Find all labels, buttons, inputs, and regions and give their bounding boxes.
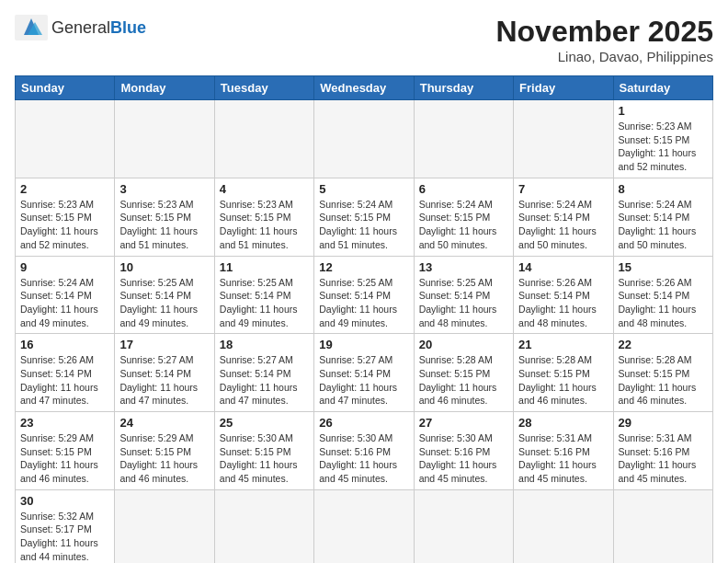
calendar-cell: 14Sunrise: 5:26 AM Sunset: 5:14 PM Dayli… [514, 256, 613, 334]
day-info: Sunrise: 5:23 AM Sunset: 5:15 PM Dayligh… [619, 120, 708, 174]
day-number: 19 [319, 338, 408, 351]
header: GeneralBlue November 2025 Linao, Davao, … [15, 15, 713, 64]
logo: GeneralBlue [15, 15, 146, 40]
day-number: 23 [20, 416, 109, 430]
calendar-cell: 25Sunrise: 5:30 AM Sunset: 5:15 PM Dayli… [214, 412, 313, 490]
calendar-cell: 22Sunrise: 5:28 AM Sunset: 5:15 PM Dayli… [613, 334, 712, 412]
calendar-cell: 16Sunrise: 5:26 AM Sunset: 5:14 PM Dayli… [16, 334, 115, 412]
day-number: 3 [119, 182, 209, 196]
calendar-header-sunday: Sunday [16, 76, 115, 100]
day-number: 11 [220, 260, 309, 274]
calendar-header-tuesday: Tuesday [214, 76, 313, 100]
calendar-cell [115, 100, 214, 178]
day-info: Sunrise: 5:25 AM Sunset: 5:14 PM Dayligh… [220, 276, 309, 330]
day-info: Sunrise: 5:28 AM Sunset: 5:15 PM Dayligh… [419, 353, 508, 408]
day-number: 15 [619, 260, 708, 274]
day-number: 25 [220, 416, 309, 430]
calendar-header-thursday: Thursday [414, 76, 513, 100]
day-info: Sunrise: 5:27 AM Sunset: 5:14 PM Dayligh… [119, 353, 209, 408]
calendar-cell: 21Sunrise: 5:28 AM Sunset: 5:15 PM Dayli… [514, 334, 613, 412]
calendar-cell: 9Sunrise: 5:24 AM Sunset: 5:14 PM Daylig… [16, 256, 115, 334]
day-info: Sunrise: 5:23 AM Sunset: 5:15 PM Dayligh… [20, 198, 109, 252]
day-number: 5 [319, 182, 408, 196]
day-info: Sunrise: 5:27 AM Sunset: 5:14 PM Dayligh… [220, 353, 309, 408]
day-info: Sunrise: 5:26 AM Sunset: 5:14 PM Dayligh… [518, 276, 608, 330]
calendar-week-4: 23Sunrise: 5:29 AM Sunset: 5:15 PM Dayli… [16, 412, 713, 490]
day-number: 6 [419, 182, 508, 196]
calendar-header-row: SundayMondayTuesdayWednesdayThursdayFrid… [16, 76, 713, 100]
day-info: Sunrise: 5:31 AM Sunset: 5:16 PM Dayligh… [619, 431, 708, 486]
calendar-cell [514, 100, 613, 178]
day-number: 30 [20, 494, 109, 508]
day-number: 18 [220, 338, 309, 351]
calendar-cell [214, 489, 313, 563]
day-info: Sunrise: 5:30 AM Sunset: 5:16 PM Dayligh… [319, 431, 408, 486]
calendar-cell: 29Sunrise: 5:31 AM Sunset: 5:16 PM Dayli… [613, 412, 712, 490]
calendar-cell: 2Sunrise: 5:23 AM Sunset: 5:15 PM Daylig… [16, 178, 115, 256]
day-info: Sunrise: 5:27 AM Sunset: 5:14 PM Dayligh… [319, 353, 408, 408]
location-title: Linao, Davao, Philippines [495, 49, 713, 64]
calendar-cell [514, 489, 613, 563]
day-number: 13 [419, 260, 508, 274]
calendar-week-0: 1Sunrise: 5:23 AM Sunset: 5:15 PM Daylig… [16, 100, 713, 178]
calendar-cell [414, 100, 513, 178]
calendar-cell: 7Sunrise: 5:24 AM Sunset: 5:14 PM Daylig… [514, 178, 613, 256]
calendar-cell [16, 100, 115, 178]
calendar-cell [214, 100, 313, 178]
calendar-header-saturday: Saturday [613, 76, 712, 100]
calendar-cell: 28Sunrise: 5:31 AM Sunset: 5:16 PM Dayli… [514, 412, 613, 490]
day-info: Sunrise: 5:26 AM Sunset: 5:14 PM Dayligh… [20, 353, 109, 408]
day-number: 27 [419, 416, 508, 430]
day-number: 8 [619, 182, 708, 196]
day-info: Sunrise: 5:29 AM Sunset: 5:15 PM Dayligh… [119, 431, 209, 486]
day-number: 29 [619, 416, 708, 430]
day-info: Sunrise: 5:24 AM Sunset: 5:14 PM Dayligh… [20, 276, 109, 330]
calendar-cell: 8Sunrise: 5:24 AM Sunset: 5:14 PM Daylig… [613, 178, 712, 256]
day-info: Sunrise: 5:26 AM Sunset: 5:14 PM Dayligh… [619, 276, 708, 330]
calendar-header-friday: Friday [514, 76, 613, 100]
day-number: 22 [619, 338, 708, 351]
day-info: Sunrise: 5:28 AM Sunset: 5:15 PM Dayligh… [518, 353, 608, 408]
day-number: 14 [518, 260, 608, 274]
day-number: 1 [619, 104, 708, 118]
calendar-week-3: 16Sunrise: 5:26 AM Sunset: 5:14 PM Dayli… [16, 334, 713, 412]
day-info: Sunrise: 5:24 AM Sunset: 5:14 PM Dayligh… [619, 198, 708, 252]
calendar-week-1: 2Sunrise: 5:23 AM Sunset: 5:15 PM Daylig… [16, 178, 713, 256]
calendar-header-monday: Monday [115, 76, 214, 100]
day-number: 24 [119, 416, 209, 430]
day-number: 12 [319, 260, 408, 274]
day-info: Sunrise: 5:25 AM Sunset: 5:14 PM Dayligh… [419, 276, 508, 330]
calendar-cell: 1Sunrise: 5:23 AM Sunset: 5:15 PM Daylig… [613, 100, 712, 178]
calendar-table: SundayMondayTuesdayWednesdayThursdayFrid… [15, 75, 713, 563]
title-area: November 2025 Linao, Davao, Philippines [495, 15, 713, 64]
calendar-cell: 5Sunrise: 5:24 AM Sunset: 5:15 PM Daylig… [314, 178, 414, 256]
calendar-cell [613, 489, 712, 563]
calendar-cell: 27Sunrise: 5:30 AM Sunset: 5:16 PM Dayli… [414, 412, 513, 490]
day-info: Sunrise: 5:30 AM Sunset: 5:16 PM Dayligh… [419, 431, 508, 486]
day-info: Sunrise: 5:25 AM Sunset: 5:14 PM Dayligh… [319, 276, 408, 330]
calendar-cell: 11Sunrise: 5:25 AM Sunset: 5:14 PM Dayli… [214, 256, 313, 334]
calendar-cell: 3Sunrise: 5:23 AM Sunset: 5:15 PM Daylig… [115, 178, 214, 256]
day-info: Sunrise: 5:30 AM Sunset: 5:15 PM Dayligh… [220, 431, 309, 486]
calendar-cell: 24Sunrise: 5:29 AM Sunset: 5:15 PM Dayli… [115, 412, 214, 490]
calendar-cell: 13Sunrise: 5:25 AM Sunset: 5:14 PM Dayli… [414, 256, 513, 334]
day-number: 26 [319, 416, 408, 430]
day-info: Sunrise: 5:24 AM Sunset: 5:15 PM Dayligh… [319, 198, 408, 252]
day-number: 9 [20, 260, 109, 274]
day-number: 28 [518, 416, 608, 430]
day-info: Sunrise: 5:24 AM Sunset: 5:14 PM Dayligh… [518, 198, 608, 252]
calendar-week-5: 30Sunrise: 5:32 AM Sunset: 5:17 PM Dayli… [16, 489, 713, 563]
day-info: Sunrise: 5:31 AM Sunset: 5:16 PM Dayligh… [518, 431, 608, 486]
calendar-header-wednesday: Wednesday [314, 76, 414, 100]
day-number: 4 [220, 182, 309, 196]
calendar-week-2: 9Sunrise: 5:24 AM Sunset: 5:14 PM Daylig… [16, 256, 713, 334]
calendar-cell: 15Sunrise: 5:26 AM Sunset: 5:14 PM Dayli… [613, 256, 712, 334]
day-info: Sunrise: 5:29 AM Sunset: 5:15 PM Dayligh… [20, 431, 109, 486]
calendar-cell: 17Sunrise: 5:27 AM Sunset: 5:14 PM Dayli… [115, 334, 214, 412]
calendar-cell: 4Sunrise: 5:23 AM Sunset: 5:15 PM Daylig… [214, 178, 313, 256]
calendar-cell [414, 489, 513, 563]
calendar-cell: 10Sunrise: 5:25 AM Sunset: 5:14 PM Dayli… [115, 256, 214, 334]
day-info: Sunrise: 5:23 AM Sunset: 5:15 PM Dayligh… [119, 198, 209, 252]
calendar-cell: 23Sunrise: 5:29 AM Sunset: 5:15 PM Dayli… [16, 412, 115, 490]
calendar-cell [314, 489, 414, 563]
